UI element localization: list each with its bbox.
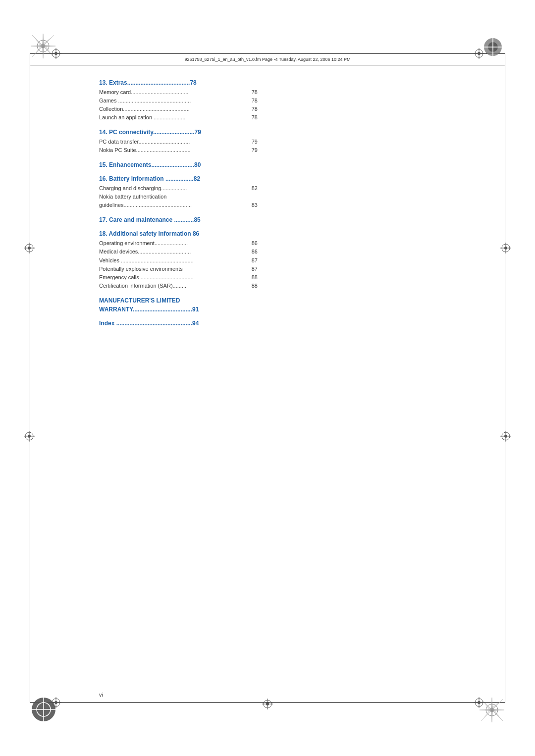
reg-cross-mid-right [500,243,511,255]
reg-cross-bottom-center [262,699,273,711]
toc-entry-launch-app: Launch an application ..................… [99,113,258,122]
toc-entry-pc-data-num: 79 [248,138,258,146]
toc-entry-emergency: Emergency calls ........................… [99,273,258,282]
toc-entry-medical-num: 86 [248,248,258,256]
toc-entry-memory-card: Memory card.............................… [99,88,258,97]
toc-section-index: Index ..................................… [99,320,327,327]
reg-cross-top-left-inner [51,48,61,59]
toc-heading-warranty-line2: WARRANTY................................… [99,306,327,313]
toc-entry-explosive: Potentially explosive environments 87 [99,265,258,273]
toc-entry-launch-app-text: Launch an application ..................… [99,113,248,122]
toc-entry-charging-text: Charging and discharging................… [99,184,248,193]
toc-section-18: 18. Additional safety information 86 Ope… [99,230,327,290]
toc-heading-14: 14. PC connectivity.....................… [99,129,327,136]
toc-entry-pc-data: PC data transfer........................… [99,138,258,146]
toc-entry-vehicles: Vehicles ...............................… [99,256,258,265]
header-bar: 9251758_6275i_1_en_au_oth_v1.0.fm Page -… [30,53,505,65]
page-border-left [30,53,30,703]
page-label: vi [99,692,103,698]
toc-heading-18: 18. Additional safety information 86 [99,230,327,237]
toc-entry-nokia-pc-suite-num: 79 [248,146,258,154]
toc-entry-nokia-battery: Nokia battery authentication [99,193,258,201]
toc-entry-collection: Collection..............................… [99,105,258,113]
toc-entry-launch-app-num: 78 [248,113,258,122]
toc-heading-13: 13. Extras..............................… [99,79,327,86]
reg-cross-mid-left [24,243,35,255]
toc-entry-medical-text: Medical devices.........................… [99,248,248,256]
toc-entry-memory-card-text: Memory card.............................… [99,88,248,97]
toc-entry-games: Games ..................................… [99,97,258,105]
toc-heading-17: 17. Care and maintenance ............85 [99,216,327,223]
starburst-bottom-right [480,698,504,722]
toc-entry-emergency-num: 88 [248,273,258,282]
header-text: 9251758_6275i_1_en_au_oth_v1.0.fm Page -… [184,57,350,62]
toc-entry-certification-num: 88 [248,282,258,290]
toc-entry-charging: Charging and discharging................… [99,184,258,193]
footer-page-number: vi [99,692,103,698]
toc-entry-games-text: Games ..................................… [99,97,248,105]
reg-cross-lower-left [24,431,35,444]
toc-entry-nokia-pc-suite-text: Nokia PC Suite..........................… [99,146,248,154]
toc-section-17: 17. Care and maintenance ............85 [99,216,327,223]
toc-entry-certification: Certification information (SAR).........… [99,282,258,290]
reg-cross-lower-right [500,431,511,444]
toc-entry-collection-num: 78 [248,105,258,113]
toc-heading-warranty-line1: MANUFACTURER'S LIMITED [99,297,327,304]
toc-heading-15: 15. Enhancements........................… [99,161,327,168]
toc-entry-vehicles-num: 87 [248,256,258,265]
reg-mark-top-right [482,36,504,58]
toc-entry-explosive-num: 87 [248,265,258,273]
toc-entry-guidelines: guidelines..............................… [99,201,258,209]
toc-entry-operating-env-num: 86 [248,239,258,248]
toc-content: 13. Extras..............................… [99,79,327,334]
toc-entry-guidelines-num: 83 [248,201,258,209]
toc-entry-vehicles-text: Vehicles ...............................… [99,256,248,265]
toc-entry-explosive-text: Potentially explosive environments [99,265,248,273]
toc-section-15: 15. Enhancements........................… [99,161,327,168]
toc-entry-collection-text: Collection..............................… [99,105,248,113]
reg-cross-top-right-inner [474,48,484,59]
page-border-right [505,53,505,703]
toc-heading-16: 16. Battery information ................… [99,175,327,182]
toc-heading-index: Index ..................................… [99,320,327,327]
toc-entry-medical: Medical devices.........................… [99,248,258,256]
toc-section-13: 13. Extras..............................… [99,79,327,122]
reg-cross-bottom-left-inner [51,697,61,708]
toc-entry-memory-card-num: 78 [248,88,258,97]
toc-section-warranty: MANUFACTURER'S LIMITED WARRANTY.........… [99,297,327,313]
toc-entry-emergency-text: Emergency calls ........................… [99,273,248,282]
toc-entry-games-num: 78 [248,97,258,105]
toc-section-16: 16. Battery information ................… [99,175,327,209]
toc-entry-operating-env: Operating environment...................… [99,239,258,248]
toc-section-14: 14. PC connectivity.....................… [99,129,327,154]
toc-entry-pc-data-text: PC data transfer........................… [99,138,248,146]
toc-entry-nokia-pc-suite: Nokia PC Suite..........................… [99,146,258,154]
toc-entry-operating-env-text: Operating environment...................… [99,239,248,248]
toc-entry-certification-text: Certification information (SAR)......... [99,282,248,290]
toc-entry-charging-num: 82 [248,184,258,193]
toc-entry-guidelines-text: guidelines..............................… [99,201,248,209]
